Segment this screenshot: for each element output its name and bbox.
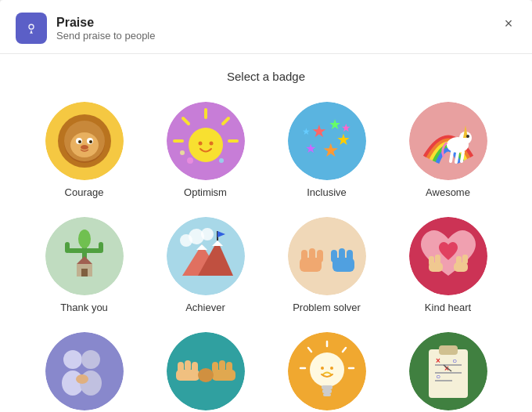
svg-text:★: ★ xyxy=(311,121,327,141)
svg-rect-76 xyxy=(462,255,468,264)
svg-text:○: ○ xyxy=(436,372,440,381)
svg-line-37 xyxy=(451,152,452,161)
badge-item-optimism[interactable]: Optimism xyxy=(146,96,264,204)
svg-rect-69 xyxy=(347,250,353,262)
badge-item-problemsolver[interactable]: Problem solver xyxy=(268,211,386,320)
svg-text:×: × xyxy=(436,356,440,365)
svg-rect-89 xyxy=(212,362,218,373)
svg-rect-73 xyxy=(429,256,434,266)
badge-item-achiever[interactable]: Achiever xyxy=(146,211,264,320)
dialog-subtitle: Send praise to people xyxy=(56,30,155,42)
badge-item-awesome[interactable]: Awesome xyxy=(389,96,507,204)
svg-rect-91 xyxy=(226,362,232,373)
badge-item-creative[interactable]: Creative xyxy=(268,326,386,412)
dialog-header: Praise Send praise to people × xyxy=(0,0,532,54)
svg-text:★: ★ xyxy=(322,139,340,161)
svg-point-92 xyxy=(198,368,214,382)
svg-rect-96 xyxy=(322,389,332,393)
svg-point-47 xyxy=(78,229,91,248)
svg-point-36 xyxy=(466,135,469,138)
svg-point-9 xyxy=(78,140,81,143)
svg-point-13 xyxy=(189,128,223,162)
svg-point-1 xyxy=(30,25,34,29)
badge-circle-creative xyxy=(288,332,366,410)
badge-item-kindheart[interactable]: Kind heart xyxy=(389,211,507,320)
svg-rect-43 xyxy=(67,248,84,253)
svg-line-39 xyxy=(462,152,463,161)
badge-circle-coach: × ○ × ○ xyxy=(409,332,487,410)
svg-line-38 xyxy=(456,153,458,162)
svg-point-103 xyxy=(321,367,324,370)
praise-dialog: Praise Send praise to people × Select a … xyxy=(0,0,532,412)
badge-label-courage: Courage xyxy=(65,186,104,198)
svg-rect-87 xyxy=(192,362,198,373)
badge-label-thankyou: Thank you xyxy=(60,302,108,313)
svg-rect-67 xyxy=(331,250,337,262)
badge-label-kindheart: Kind heart xyxy=(425,302,471,313)
svg-point-77 xyxy=(45,332,124,410)
badge-circle-teamplayer xyxy=(45,332,124,410)
svg-rect-95 xyxy=(322,385,332,389)
svg-point-19 xyxy=(198,142,202,146)
close-button[interactable]: × xyxy=(498,13,519,34)
badge-circle-optimism xyxy=(167,102,245,180)
svg-text:★: ★ xyxy=(305,142,316,155)
svg-point-78 xyxy=(63,350,82,369)
section-title: Select a badge xyxy=(0,70,532,83)
svg-rect-46 xyxy=(99,242,103,253)
svg-rect-85 xyxy=(178,362,184,373)
svg-point-22 xyxy=(219,158,224,163)
badge-label-achiever: Achiever xyxy=(185,302,225,313)
svg-point-80 xyxy=(81,350,100,369)
svg-point-82 xyxy=(76,374,88,384)
svg-text:★: ★ xyxy=(329,117,341,132)
badge-item-thankyou[interactable]: Thank you xyxy=(25,211,143,320)
svg-rect-75 xyxy=(456,256,462,266)
svg-point-10 xyxy=(89,140,92,143)
dialog-title: Praise xyxy=(56,16,155,30)
badge-circle-thankyou xyxy=(45,217,124,295)
praise-app-icon xyxy=(16,13,47,44)
svg-text:★: ★ xyxy=(341,121,351,134)
svg-rect-86 xyxy=(185,360,191,371)
svg-rect-65 xyxy=(317,250,323,262)
badge-label-optimism: Optimism xyxy=(184,186,227,198)
svg-rect-64 xyxy=(309,248,315,261)
svg-point-11 xyxy=(81,145,88,150)
svg-rect-68 xyxy=(339,248,345,261)
svg-point-21 xyxy=(187,157,193,164)
badge-circle-achiever xyxy=(167,217,245,295)
svg-point-23 xyxy=(180,150,185,155)
badge-item-leadership[interactable]: Leadership xyxy=(146,326,264,412)
badge-label-awesome: Awesome xyxy=(426,186,470,198)
svg-point-61 xyxy=(288,217,366,295)
badge-circle-kindheart xyxy=(409,217,487,295)
badge-circle-inclusive: ★ ★ ★ ★ ★ ★ ★ xyxy=(288,102,366,180)
svg-point-58 xyxy=(201,228,214,240)
svg-rect-63 xyxy=(301,250,307,262)
badge-circle-courage xyxy=(45,102,124,180)
svg-text:★: ★ xyxy=(302,126,311,137)
svg-rect-90 xyxy=(219,360,225,371)
badge-circle-leadership xyxy=(167,332,245,410)
svg-rect-50 xyxy=(81,269,88,276)
svg-point-94 xyxy=(310,352,344,387)
header-text: Praise Send praise to people xyxy=(56,16,155,42)
svg-rect-74 xyxy=(435,255,440,264)
svg-text:○: ○ xyxy=(452,356,457,365)
badge-label-inclusive: Inclusive xyxy=(307,186,347,198)
badge-item-coach[interactable]: × ○ × ○ Coach xyxy=(389,326,507,412)
svg-rect-44 xyxy=(65,242,70,253)
badge-circle-problemsolver xyxy=(288,217,366,295)
svg-rect-107 xyxy=(439,345,458,355)
svg-rect-97 xyxy=(323,393,331,396)
badge-item-courage[interactable]: Courage xyxy=(25,96,143,204)
badge-label-problemsolver: Problem solver xyxy=(293,302,361,313)
badge-item-inclusive[interactable]: ★ ★ ★ ★ ★ ★ ★ Inclusive xyxy=(268,96,386,204)
badge-circle-awesome xyxy=(409,102,487,180)
badge-item-teamplayer[interactable]: Team player xyxy=(25,326,143,412)
badge-grid: Courage Optimism ★ ★ ★ ★ ★ xyxy=(0,96,532,412)
svg-point-20 xyxy=(209,142,213,146)
svg-point-104 xyxy=(330,367,333,370)
